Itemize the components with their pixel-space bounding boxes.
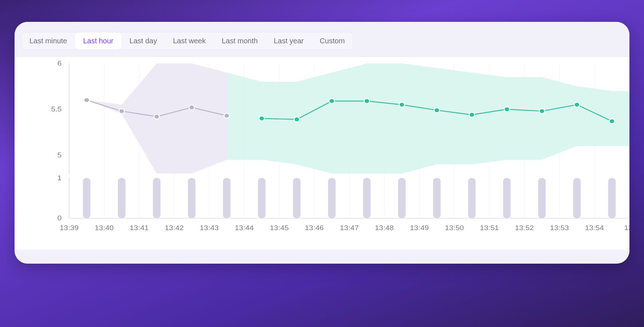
x-tick-label: 13:41 [130, 224, 149, 231]
x-tick-label: 13:47 [340, 224, 359, 231]
volume-bar [83, 178, 91, 218]
time-filter-last-month[interactable]: Last month [214, 32, 266, 50]
volume-bar [118, 178, 126, 218]
time-filter-last-day[interactable]: Last day [122, 32, 165, 50]
x-tick-label: 13:45 [270, 224, 289, 231]
time-filter-last-week[interactable]: Last week [165, 32, 214, 50]
time-filter-label: Last hour [83, 37, 113, 45]
x-tick-label: 13:46 [305, 224, 324, 231]
volume-bar [468, 178, 476, 218]
time-filter-last-minute[interactable]: Last minute [21, 32, 75, 50]
volume-bar [328, 178, 336, 218]
volume-bar [153, 178, 160, 218]
x-tick-label: 13:42 [165, 224, 184, 231]
series-point-historical [224, 113, 230, 118]
x-tick-label: 13:53 [550, 224, 569, 231]
y-tick-label: 5 [57, 151, 62, 158]
volume-bar [188, 178, 196, 218]
x-tick-label: 13:51 [480, 224, 499, 231]
x-tick-label: 13:48 [375, 224, 394, 231]
volume-bar [503, 178, 511, 218]
x-tick-label: 13:44 [235, 224, 254, 231]
volume-bar [258, 178, 266, 218]
time-filter-last-hour[interactable]: Last hour [75, 32, 121, 50]
x-tick-label: 13:40 [95, 224, 114, 231]
card-footer [15, 250, 629, 264]
x-tick-label: 13: [624, 224, 629, 231]
time-range-filter-group: Last minuteLast hourLast dayLast weekLas… [21, 32, 353, 50]
series-point-live [259, 116, 265, 121]
y-tick-label: 6 [57, 59, 62, 67]
series-point-historical [119, 109, 124, 114]
x-tick-label: 13:52 [515, 224, 534, 231]
x-tick-label: 13:54 [585, 224, 604, 231]
volume-bar [363, 178, 371, 218]
volume-bar [398, 178, 406, 218]
volume-bar [433, 178, 441, 218]
time-range-toolbar: Last minuteLast hourLast dayLast weekLas… [15, 22, 629, 57]
volume-bar [538, 178, 546, 218]
x-tick-label: 13:49 [410, 224, 429, 231]
series-point-live [504, 107, 510, 112]
time-filter-label: Last minute [29, 37, 67, 45]
timeseries-chart: 55.560113:3913:4013:4113:4213:4313:4413:… [15, 57, 629, 250]
time-filter-label: Custom [320, 37, 345, 45]
x-tick-label: 13:39 [60, 224, 79, 231]
series-point-live [609, 119, 615, 123]
time-filter-last-year[interactable]: Last year [266, 32, 311, 50]
series-point-live [364, 99, 370, 103]
metrics-card: Last minuteLast hourLast dayLast weekLas… [15, 22, 629, 264]
bar-y-tick-label: 0 [57, 214, 62, 222]
time-filter-label: Last day [130, 37, 157, 45]
bar-y-tick-label: 1 [57, 174, 62, 181]
time-filter-label: Last year [274, 37, 303, 45]
time-filter-custom[interactable]: Custom [312, 32, 353, 50]
series-point-live [434, 108, 440, 113]
x-tick-label: 13:50 [445, 224, 464, 231]
series-point-live [574, 102, 580, 107]
series-point-live [294, 117, 299, 122]
series-point-historical [84, 98, 90, 102]
series-point-live [399, 102, 405, 107]
series-point-live [469, 113, 474, 117]
series-point-historical [189, 105, 194, 110]
volume-bar [608, 178, 616, 218]
series-point-live [539, 109, 545, 114]
confidence-band-live [227, 63, 629, 173]
y-tick-label: 5.5 [51, 105, 61, 113]
series-point-live [329, 99, 334, 103]
x-tick-label: 13:43 [200, 224, 219, 231]
time-filter-label: Last month [222, 37, 258, 45]
series-point-historical [154, 114, 159, 119]
chart-area: 55.560113:3913:4013:4113:4213:4313:4413:… [15, 57, 629, 250]
volume-bar [223, 178, 231, 218]
volume-bar [293, 178, 301, 218]
time-filter-label: Last week [173, 37, 206, 45]
volume-bar [573, 178, 581, 218]
